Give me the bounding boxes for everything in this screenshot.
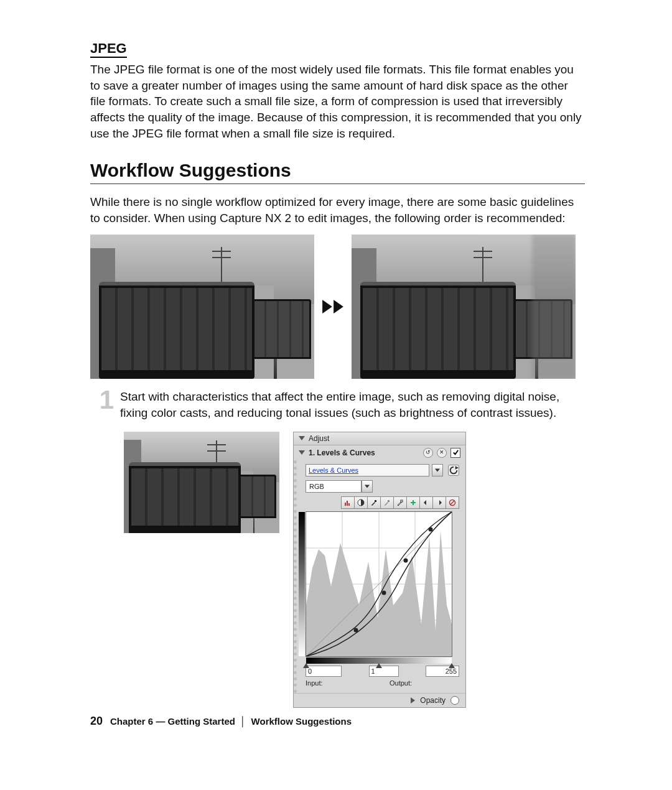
fast-forward-icon [314,300,352,314]
svg-point-26 [429,527,433,531]
svg-point-23 [354,628,358,632]
black-slider[interactable] [303,663,309,668]
jpeg-body: The JPEG file format is one of the most … [90,62,585,141]
curve-editor[interactable] [306,511,452,657]
step-number: 1 [90,388,114,412]
step-thumb [124,432,279,533]
svg-rect-6 [347,501,348,506]
channel-label: RGB [309,483,324,490]
svg-marker-3 [455,466,459,469]
opacity-row[interactable]: Opacity [294,693,465,707]
after-image [352,235,576,379]
white-slider[interactable] [449,663,455,668]
svg-marker-1 [334,300,343,314]
svg-rect-10 [388,500,390,502]
svg-rect-9 [375,500,376,502]
svg-marker-4 [365,485,370,488]
expand-white-icon[interactable] [433,496,446,509]
add-point-icon[interactable] [407,496,420,509]
footer-sep: │ [240,716,246,727]
reset-icon[interactable] [448,465,459,476]
adjust-panel: Adjust 1. Levels & Curves ↺ ✕ Levels & C… [293,432,466,708]
output-label: Output: [390,679,423,687]
adjustment-dropdown-label: Levels & Curves [306,464,429,476]
page-number: 20 [90,715,103,728]
chevron-down-icon[interactable] [432,464,443,476]
input-label: Input: [306,679,339,687]
close-icon[interactable]: ✕ [437,448,447,458]
opacity-radio[interactable] [450,696,459,705]
svg-rect-11 [401,500,403,502]
svg-marker-2 [435,468,440,472]
footer-chapter: Chapter 6 — Getting Started [110,716,235,727]
gray-eyedropper-icon[interactable] [381,496,394,509]
section-title: 1. Levels & Curves [309,448,419,457]
collapse-icon [299,436,305,440]
step-text: Start with characteristics that affect t… [120,389,585,420]
gamma-field[interactable]: 1 [369,666,399,677]
svg-rect-7 [348,503,350,506]
heading-rule [90,184,585,184]
enable-checkbox[interactable] [450,448,460,458]
curve-toolstrip [306,496,459,509]
workflow-heading: Workflow Suggestions [90,160,585,181]
svg-line-15 [450,501,454,504]
contrast-tool-icon[interactable] [355,496,368,509]
section-header[interactable]: 1. Levels & Curves ↺ ✕ [294,445,465,460]
collapse-icon [299,450,305,455]
workflow-intro: While there is no single workflow optimi… [90,194,585,226]
svg-point-24 [382,590,386,595]
page-footer: 20 Chapter 6 — Getting Started │ Workflo… [90,715,352,728]
output-gradient [299,512,305,656]
step-1: 1 Start with characteristics that affect… [90,389,585,420]
svg-point-25 [404,558,408,562]
black-point-field[interactable]: 0 [306,666,342,677]
channel-dropdown[interactable]: RGB [306,480,362,493]
black-eyedropper-icon[interactable] [368,496,381,509]
expand-black-icon[interactable] [420,496,433,509]
expand-icon [411,697,415,704]
svg-rect-5 [345,503,346,506]
reset-curve-icon[interactable] [446,496,459,509]
adjust-header-label: Adjust [309,434,329,443]
chevron-down-icon[interactable] [362,480,373,493]
histogram-tool-icon[interactable] [341,496,355,509]
before-after-row [90,235,585,379]
adjust-header[interactable]: Adjust [294,432,465,445]
adjustment-dropdown[interactable]: Levels & Curves [306,464,459,476]
svg-marker-0 [322,300,332,314]
footer-section: Workflow Suggestions [251,716,352,727]
white-eyedropper-icon[interactable] [394,496,407,509]
jpeg-heading: JPEG [90,40,127,58]
step-1-images: Adjust 1. Levels & Curves ↺ ✕ Levels & C… [124,432,585,708]
opacity-label: Opacity [420,696,446,705]
undo-icon[interactable]: ↺ [423,448,433,458]
gamma-slider[interactable] [376,663,382,668]
before-image [90,235,314,379]
